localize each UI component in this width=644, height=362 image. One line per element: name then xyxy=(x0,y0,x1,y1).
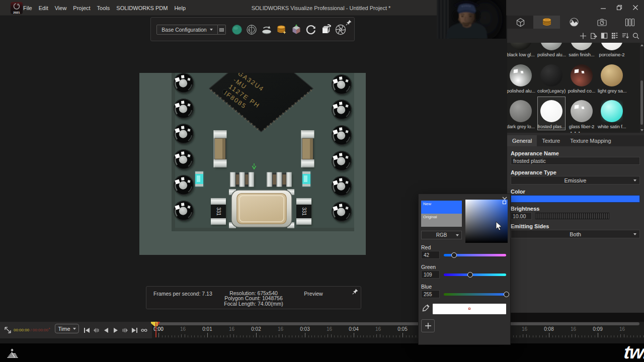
ruler-tick xyxy=(302,335,302,337)
appearances-tab[interactable] xyxy=(533,16,560,29)
sort-icon[interactable] xyxy=(622,32,629,40)
library-scrollbar[interactable] xyxy=(640,43,643,133)
expand-timeline-icon[interactable] xyxy=(4,326,12,334)
next-frame-button[interactable] xyxy=(122,327,128,334)
slider-knob[interactable] xyxy=(451,252,457,258)
panel-splitter[interactable]: • • • xyxy=(507,130,644,134)
render-mode-circle-icon[interactable] xyxy=(229,22,245,37)
library-item[interactable]: satin finish... xyxy=(568,43,596,57)
ruler-tick xyxy=(269,335,270,337)
library-item[interactable]: black low gl... xyxy=(507,43,535,57)
slider-knob[interactable] xyxy=(467,272,473,278)
playhead-line[interactable] xyxy=(155,322,156,337)
models-tab[interactable] xyxy=(507,16,533,29)
libraries-tab[interactable] xyxy=(616,16,644,29)
scenes-tab[interactable] xyxy=(560,16,588,29)
ruler-second-label: 0:08 xyxy=(544,326,553,332)
emitting-sides-dropdown[interactable]: Both xyxy=(511,230,640,238)
split-view-icon[interactable] xyxy=(601,32,608,40)
time-mode-dropdown[interactable]: Time xyxy=(55,324,79,333)
menu-help[interactable]: Help xyxy=(174,5,186,11)
scene-cube-icon[interactable] xyxy=(289,22,304,37)
ruler-tick xyxy=(558,335,559,337)
library-item[interactable]: dark grey lo... xyxy=(507,100,535,129)
close-button[interactable] xyxy=(631,3,640,12)
color-mode-dropdown[interactable]: RGB xyxy=(421,231,462,239)
render-box-icon[interactable] xyxy=(318,22,334,37)
ruler-tick xyxy=(227,335,227,337)
channel-value-input[interactable]: 42 xyxy=(421,251,440,259)
skip-end-button[interactable] xyxy=(131,327,138,334)
prev-frame-button[interactable] xyxy=(103,327,109,334)
add-icon[interactable] xyxy=(580,32,587,40)
refresh-icon[interactable] xyxy=(304,22,319,37)
library-item[interactable]: color(Legacy) xyxy=(537,64,566,94)
ruler-tick xyxy=(279,334,279,337)
play-button[interactable] xyxy=(112,327,119,334)
skip-start-button[interactable] xyxy=(84,327,90,334)
menu-file[interactable]: File xyxy=(23,5,32,11)
loop-button[interactable] xyxy=(141,327,147,334)
library-item[interactable]: polished co... xyxy=(568,64,596,94)
prop-tab-texture[interactable]: Texture xyxy=(537,135,565,146)
cameras-tab[interactable] xyxy=(588,16,616,29)
configuration-dropdown[interactable]: Base Configuration xyxy=(156,25,226,35)
menu-solidworks-pdm[interactable]: SOLIDWORKS PDM xyxy=(116,5,168,11)
channel-slider[interactable] xyxy=(444,274,506,276)
view-mode-icon[interactable] xyxy=(611,32,618,40)
library-item[interactable]: white satin f... xyxy=(598,100,626,129)
solidworks-logo-icon[interactable]: 2021 xyxy=(11,2,23,14)
svg-text:331: 331 xyxy=(301,207,307,216)
library-item[interactable]: polished alu... xyxy=(537,43,566,57)
pin-icon[interactable] xyxy=(352,289,358,295)
scrollbar-thumb[interactable] xyxy=(640,80,643,125)
render-view[interactable]: GA32U4-MU1127E PHIF8085 xyxy=(139,73,366,255)
appearance-type-dropdown[interactable]: Emissive xyxy=(511,176,640,185)
library-item[interactable]: glass fiber-2 xyxy=(568,100,596,129)
sv-selector[interactable] xyxy=(503,201,506,204)
brightness-slider[interactable] xyxy=(535,213,609,219)
menu-project[interactable]: Project xyxy=(73,5,90,11)
library-item[interactable]: porcelaine-2 xyxy=(598,43,626,57)
slider-knob[interactable] xyxy=(504,292,509,297)
channel-value-input[interactable]: 109 xyxy=(421,270,440,279)
ruler-tick xyxy=(562,335,562,337)
channel-slider[interactable] xyxy=(444,293,506,296)
library-item[interactable]: polished alu... xyxy=(507,64,535,94)
library-item[interactable]: light grey sa... xyxy=(598,64,626,94)
scenes-icon xyxy=(569,17,579,27)
restore-button[interactable] xyxy=(615,3,624,12)
search-icon[interactable] xyxy=(632,32,639,40)
timecode: 00:00:00 / 00:00:00 + xyxy=(14,322,50,338)
minimize-button[interactable] xyxy=(599,3,608,12)
prop-tab-general[interactable]: General xyxy=(507,135,537,146)
new-color-swatch: New xyxy=(421,201,462,214)
total-time: 00:00:00 xyxy=(33,328,48,332)
color-swatch[interactable] xyxy=(511,195,640,203)
material-sphere xyxy=(540,43,562,50)
turntable-icon[interactable] xyxy=(259,22,274,37)
timeline-ruler[interactable]: 0:00160:01160:02160:03160:04160:05160:06… xyxy=(152,322,644,338)
timeline-scrollbar[interactable] xyxy=(157,322,639,325)
appearance-bucket-icon[interactable] xyxy=(274,22,289,37)
eyedropper-icon[interactable] xyxy=(422,304,430,312)
pin-icon[interactable] xyxy=(346,20,352,26)
brightness-input[interactable]: 10.00 xyxy=(511,212,532,220)
channel-value-input[interactable]: 255 xyxy=(421,290,440,298)
ruler-frame-label: 16 xyxy=(229,326,234,332)
export-icon[interactable] xyxy=(590,32,597,40)
menu-edit[interactable]: Edit xyxy=(39,5,48,11)
recent-colors-bar[interactable] xyxy=(433,304,506,314)
step-back-button[interactable] xyxy=(93,327,100,334)
add-color-button[interactable] xyxy=(421,319,435,332)
menu-view[interactable]: View xyxy=(55,5,67,11)
appearance-name-input[interactable]: frosted plastic xyxy=(511,157,640,165)
prop-tab-texture-mapping[interactable]: Texture Mapping xyxy=(565,135,616,146)
configuration-thumbnail-button[interactable] xyxy=(218,25,226,35)
ruler-tick xyxy=(367,335,367,337)
menu-tools[interactable]: Tools xyxy=(97,5,110,11)
denoiser-icon[interactable] xyxy=(245,22,260,37)
ruler-tick xyxy=(217,335,217,337)
material-sphere xyxy=(601,43,623,50)
taskbar-app-icon[interactable] xyxy=(5,347,20,359)
